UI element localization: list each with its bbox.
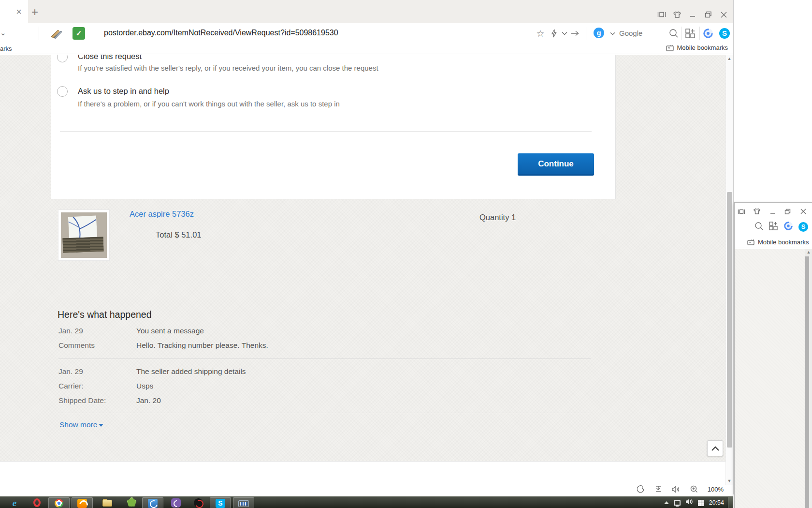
swirl-extension-icon[interactable] [783, 221, 794, 233]
restore-icon[interactable] [703, 10, 713, 19]
mobile-bookmarks-button[interactable]: Mobile bookmarks [735, 237, 812, 248]
item-title-link[interactable]: Acer aspire 5736z [130, 209, 194, 219]
window-controls [737, 207, 808, 216]
zoom-icon[interactable] [690, 485, 698, 493]
search-icon[interactable] [754, 222, 764, 233]
toolbar-divider [699, 27, 700, 40]
toolbar-divider [39, 27, 39, 40]
second-browser-window[interactable]: S Mobile bookmarks ▲ [734, 202, 812, 508]
scroll-to-top-button[interactable] [707, 440, 723, 456]
forward-arrow-icon[interactable] [569, 28, 581, 39]
taskbar-opera-icon[interactable] [26, 497, 47, 508]
bookmark-star-icon[interactable]: ☆ [535, 28, 546, 39]
taskbar-skype-icon[interactable]: S [210, 497, 231, 508]
downloads-icon[interactable] [654, 485, 662, 493]
engine-chevron-icon[interactable] [607, 28, 618, 39]
themes-shirt-icon[interactable] [752, 207, 762, 216]
history-carrier: Usps [136, 382, 153, 390]
tray-volume-icon[interactable] [685, 498, 693, 507]
taskbar-keyboard-app-icon[interactable] [233, 497, 254, 508]
mobile-bookmarks-icon [666, 45, 674, 51]
taskbar-uc-browser-icon[interactable] [72, 497, 93, 508]
new-tab-button[interactable]: + [30, 8, 40, 17]
tray-show-hidden-icon[interactable] [664, 501, 669, 504]
show-desktop-button[interactable] [728, 497, 733, 508]
tab-panels-icon[interactable] [657, 10, 667, 19]
laptop-photo [61, 212, 107, 258]
show-more-link[interactable]: Show more [59, 420, 97, 429]
taskbar-file-explorer-icon[interactable] [97, 497, 118, 508]
windows-taskbar: e S 20:54 [0, 496, 733, 508]
skype-extension-icon[interactable]: S [719, 28, 730, 39]
second-window-toolbar: S [735, 218, 812, 236]
taskbar-viber-icon[interactable] [165, 497, 187, 508]
item-quantity: Quantity 1 [479, 213, 516, 222]
toolbar-divider [586, 27, 586, 40]
search-icon[interactable] [668, 28, 680, 39]
mobile-bookmarks-label: Mobile bookmarks [758, 239, 809, 246]
history-label: Shipped Date: [58, 396, 106, 405]
history-label: Comments [58, 341, 95, 350]
history-divider [58, 413, 591, 413]
tab-panels-icon[interactable] [737, 207, 746, 216]
search-engine-label[interactable]: Google [619, 29, 642, 37]
taskbar-blue-swirl-app-icon[interactable] [142, 497, 163, 508]
vertical-scrollbar[interactable]: ▲ ▼ [725, 55, 733, 485]
tray-display-icon[interactable] [674, 500, 681, 506]
scrollbar-down-icon[interactable]: ▼ [726, 478, 733, 483]
zoom-level[interactable]: 100% [708, 486, 724, 493]
radio-close-request[interactable] [57, 55, 68, 62]
search-engine-avatar[interactable]: g [594, 28, 604, 38]
skype-extension-icon[interactable]: S [798, 222, 808, 232]
taskbar-red-black-app-icon[interactable] [188, 497, 209, 508]
turbo-lightning-icon[interactable] [548, 28, 560, 39]
card-divider [60, 131, 592, 132]
taskbar-internet-explorer-icon[interactable]: e [4, 497, 25, 508]
history-date: Jan. 29 [58, 367, 83, 376]
option-label[interactable]: Close this request [78, 55, 142, 61]
collapsed-nav-chevron-icon[interactable]: ⌄ [0, 29, 6, 37]
extensions-icon[interactable] [684, 28, 696, 39]
taskbar-icq-icon[interactable] [121, 497, 142, 508]
show-more-caret-icon[interactable] [99, 424, 103, 427]
minimize-icon[interactable] [768, 207, 777, 216]
scrollbar-thumb[interactable] [727, 192, 732, 448]
active-tab[interactable]: × [0, 0, 28, 23]
swirl-extension-icon[interactable] [702, 28, 714, 39]
sound-icon[interactable] [672, 486, 681, 493]
laptop-screen [68, 216, 97, 239]
extensions-icon[interactable] [768, 221, 778, 233]
night-mode-moon-icon[interactable] [637, 485, 645, 493]
section-divider [58, 277, 591, 277]
themes-shirt-icon[interactable] [672, 10, 682, 19]
item-thumbnail[interactable] [58, 210, 109, 260]
restore-icon[interactable] [783, 207, 793, 216]
option-description: If there's a problem, or if you can't wo… [78, 100, 340, 108]
bookmark-label-cut[interactable]: arks [0, 45, 12, 52]
dropdown-chevron-icon[interactable] [559, 28, 570, 39]
taskbar-chrome-icon[interactable] [48, 497, 70, 508]
site-tools-icon[interactable] [48, 27, 65, 40]
tray-windows-icon[interactable] [698, 500, 704, 506]
bookmarks-bar: arks Mobile bookmarks [0, 44, 733, 54]
option-label[interactable]: Ask us to step in and help [78, 87, 169, 96]
second-window-scrollbar[interactable]: ▲ [805, 249, 812, 508]
toolbar-divider [682, 27, 682, 40]
window-controls [657, 10, 728, 19]
tray-clock[interactable]: 20:54 [709, 499, 726, 506]
radio-ask-step-in[interactable] [57, 86, 68, 97]
close-icon[interactable] [798, 207, 808, 216]
address-url[interactable]: postorder.ebay.com/ItemNotReceived/ViewR… [104, 29, 338, 37]
secure-site-check-icon[interactable]: ✓ [72, 27, 85, 40]
history-divider [58, 359, 591, 359]
scrollbar-up-icon[interactable]: ▲ [726, 56, 733, 61]
second-window-content [735, 249, 812, 508]
history-label: Carrier: [58, 382, 84, 390]
tab-close-icon[interactable]: × [14, 7, 23, 16]
scrollbar-up-icon[interactable]: ▲ [805, 250, 812, 254]
scrollbar-thumb[interactable] [805, 256, 809, 508]
mobile-bookmarks-button[interactable]: Mobile bookmarks [666, 44, 728, 51]
continue-button[interactable]: Continue [518, 153, 594, 176]
close-icon[interactable] [719, 10, 728, 19]
minimize-icon[interactable] [688, 10, 697, 19]
